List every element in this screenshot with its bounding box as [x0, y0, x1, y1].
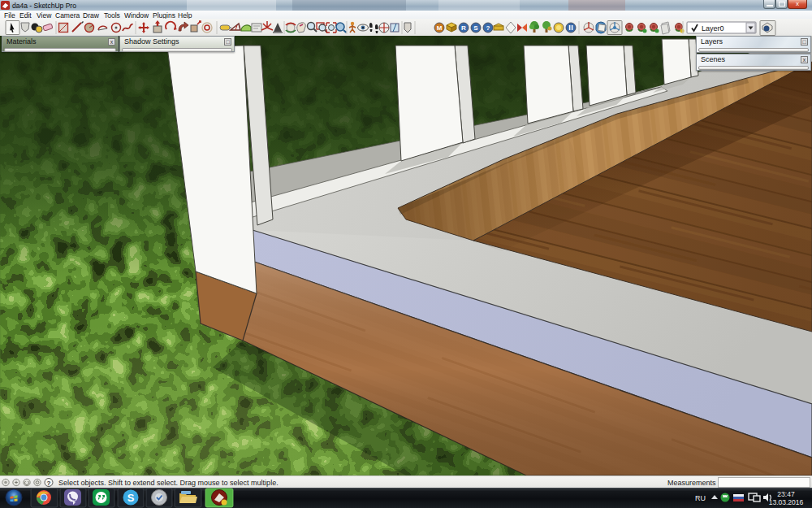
- svg-text:13.03.2016: 13.03.2016: [769, 498, 804, 506]
- svg-text:RU: RU: [695, 494, 706, 502]
- svg-text:Layer0: Layer0: [702, 24, 724, 33]
- svg-text:S: S: [127, 492, 135, 504]
- svg-text:?: ?: [486, 24, 490, 32]
- svg-text:R: R: [461, 24, 466, 32]
- svg-text:S: S: [473, 24, 478, 32]
- svg-text:23:47: 23:47: [777, 490, 795, 498]
- svg-text:?: ?: [47, 480, 51, 487]
- svg-text:M: M: [437, 24, 443, 32]
